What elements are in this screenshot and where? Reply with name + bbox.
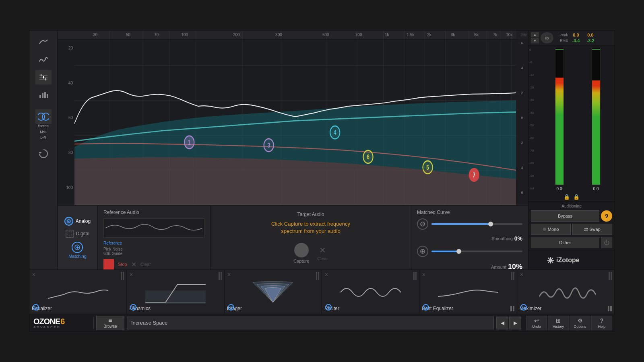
- filter-icon[interactable]: [35, 70, 52, 84]
- stop-button[interactable]: [103, 259, 114, 269]
- dyn-handle-bar2[interactable]: [221, 272, 222, 280]
- peq-pause-bar2: [513, 306, 514, 311]
- eq-handle[interactable]: [121, 272, 124, 280]
- dyn-handle[interactable]: [219, 272, 222, 280]
- svg-text:4: 4: [334, 129, 336, 136]
- module-equalizer[interactable]: ✕ ⏻ Equalizer: [29, 270, 127, 314]
- img-power-btn[interactable]: ⏻: [228, 304, 234, 311]
- stereo-icon[interactable]: [35, 109, 52, 124]
- peq-pause[interactable]: [510, 306, 514, 311]
- max-handle[interactable]: [609, 272, 612, 280]
- reference-label: Reference: [103, 241, 204, 245]
- ozone-num: 6: [60, 317, 64, 326]
- 6db-guide-label: 6dB Guide: [103, 251, 204, 256]
- scale-20: -20: [529, 86, 541, 89]
- ms-mode[interactable]: M•S: [38, 130, 48, 134]
- exc-close[interactable]: ✕: [324, 272, 328, 278]
- peq-handle-bar1[interactable]: [511, 272, 512, 280]
- prev-preset-btn[interactable]: ◀: [496, 317, 508, 329]
- peq-handle-bar2[interactable]: [513, 272, 514, 280]
- eq-icon[interactable]: [35, 52, 52, 67]
- dyn-handle-bar1[interactable]: [219, 272, 220, 280]
- amount-slider[interactable]: [431, 251, 522, 252]
- scale-6: -6: [529, 60, 541, 64]
- smoothing-slider[interactable]: [431, 223, 522, 225]
- dyn-close[interactable]: ✕: [129, 272, 133, 278]
- max-handle-bar1[interactable]: [609, 272, 610, 280]
- next-preset-btn[interactable]: ▶: [509, 317, 521, 329]
- exc-power-btn[interactable]: ⏻: [325, 304, 332, 311]
- exc-handle-bar2[interactable]: [415, 272, 417, 280]
- matching-btn[interactable]: Matching: [68, 242, 87, 259]
- left-meter-column: 0.0: [541, 47, 577, 191]
- eq-close[interactable]: ✕: [32, 272, 36, 278]
- help-button[interactable]: ? Help: [591, 316, 612, 330]
- amount-icon: [417, 246, 428, 257]
- exc-bottom-row: ⏻ Exciter: [324, 306, 417, 311]
- db-100: 100: [66, 185, 73, 190]
- lr-mode[interactable]: L•R: [39, 135, 48, 140]
- refresh-icon[interactable]: [38, 148, 49, 161]
- module-exciter[interactable]: ✕ ⏻ Exciter: [322, 270, 419, 314]
- meter-bars-area: 0 -6 -12 -20 -30 -40 -50 -60 -70 -80 -90…: [528, 45, 615, 193]
- options-icon: ⚙: [578, 317, 583, 324]
- module-imager[interactable]: ✕ ⏻ Imager: [225, 270, 322, 314]
- undo-button[interactable]: ↩ Undo: [526, 316, 547, 330]
- peq-handle[interactable]: [511, 272, 514, 280]
- img-handle-bar2[interactable]: [318, 272, 319, 280]
- bypass-button[interactable]: Bypass: [531, 210, 599, 222]
- smoothing-icon: [417, 218, 428, 230]
- clear-target-x[interactable]: ✕: [319, 245, 326, 255]
- meter-arrow-controls: ▲ ▼: [531, 32, 539, 43]
- dither-button[interactable]: Dither: [531, 237, 599, 248]
- swap-button[interactable]: ⇄ Swap: [572, 224, 612, 235]
- right-peak-marker: [592, 49, 600, 50]
- help-label: Help: [598, 325, 606, 329]
- preset-name-input[interactable]: [127, 317, 494, 329]
- img-handle[interactable]: [316, 272, 319, 280]
- meter-scale: 0 -6 -12 -20 -30 -40 -50 -60 -70 -80 -90…: [529, 47, 541, 191]
- dyn-preview: [129, 281, 221, 304]
- clear-ref-x[interactable]: ✕: [131, 261, 136, 268]
- max-handle-bar2[interactable]: [611, 272, 612, 280]
- scale-12: -12: [529, 73, 541, 77]
- meter-down-arrow[interactable]: ▼: [531, 38, 539, 43]
- max-pause[interactable]: [608, 306, 612, 311]
- digital-mode-option[interactable]: Digital: [66, 230, 89, 238]
- eq-handle-bar2[interactable]: [123, 272, 124, 280]
- analog-mode-option[interactable]: Analog: [64, 217, 91, 226]
- svg-point-46: [68, 220, 69, 222]
- smoothing-label: Smoothing: [491, 236, 513, 241]
- options-button[interactable]: ⚙ Options: [570, 316, 590, 330]
- exc-handle-bar1[interactable]: [413, 272, 415, 280]
- browse-button[interactable]: ≡ Browse: [96, 316, 124, 330]
- eq-power-btn[interactable]: ⏻: [33, 304, 39, 311]
- mono-button[interactable]: Mono: [531, 224, 571, 235]
- curve-icon[interactable]: [35, 35, 52, 49]
- svg-text:3: 3: [267, 142, 270, 149]
- digital-mode-square: [66, 230, 74, 238]
- capture-button[interactable]: [294, 243, 309, 257]
- module-maximizer[interactable]: ✕ ⏻ Maximizer: [517, 270, 615, 314]
- db-axis-left: 20 40 60 80 100: [58, 31, 74, 205]
- link-channels-btn[interactable]: ∞: [541, 32, 553, 43]
- dither-power-button[interactable]: ⏻: [601, 237, 612, 248]
- eq-handle-bar1[interactable]: [121, 272, 122, 280]
- meters-icon[interactable]: [35, 88, 52, 102]
- exc-handle[interactable]: [413, 272, 417, 280]
- module-post-eq[interactable]: ✕ ⏻ Post Equalizer: [419, 270, 517, 314]
- max-close[interactable]: ✕: [520, 272, 524, 278]
- module-dynamics[interactable]: ✕ ⏻ Dynamics: [127, 270, 224, 314]
- max-preview: [520, 281, 612, 304]
- matched-curve-panel: Matched Curve: [411, 206, 528, 269]
- history-button[interactable]: ⊞ History: [548, 316, 569, 330]
- spectrum-display[interactable]: 30 50 70 100 200 300 500 700 1k 1.5k 2k …: [58, 31, 528, 205]
- meter-up-arrow[interactable]: ▲: [531, 32, 539, 37]
- img-handle-bar1[interactable]: [316, 272, 317, 280]
- img-close[interactable]: ✕: [227, 272, 231, 278]
- max-power-btn[interactable]: ⏻: [520, 304, 527, 311]
- svg-rect-49: [107, 262, 111, 266]
- spectrum-canvas: 1 3 4 6 5: [74, 31, 516, 205]
- peq-close[interactable]: ✕: [422, 272, 426, 278]
- max-pause-bar1: [608, 306, 609, 311]
